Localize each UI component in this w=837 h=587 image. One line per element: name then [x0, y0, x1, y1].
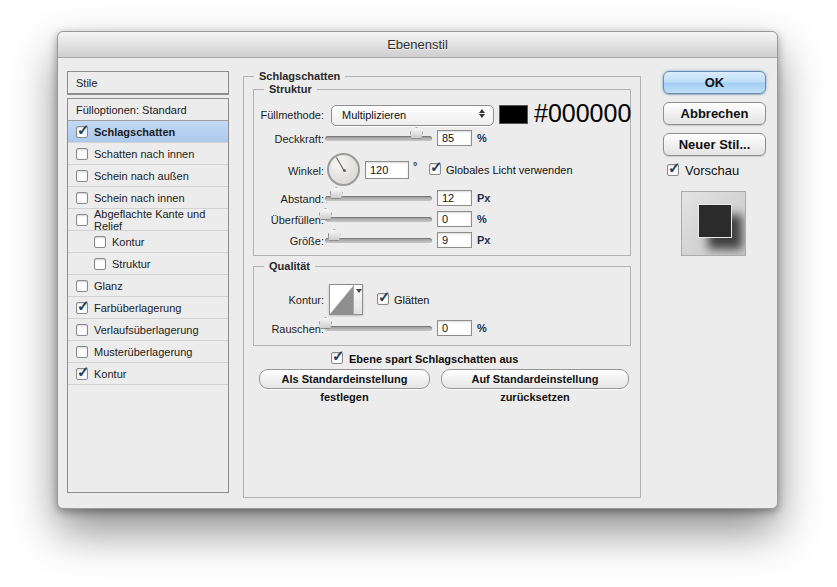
sidebar-item-label: Verlaufsüberlagerung [94, 324, 199, 336]
opacity-input[interactable] [437, 130, 472, 146]
angle-input[interactable] [365, 161, 409, 179]
blend-mode-label: Füllmethode: [254, 109, 324, 121]
style-checkbox[interactable] [94, 236, 106, 248]
opacity-label: Deckkraft: [254, 133, 324, 145]
sidebar-item[interactable]: Schein nach innen [68, 187, 228, 209]
angle-label: Winkel: [254, 165, 324, 177]
quality-group-title: Qualität [264, 260, 315, 272]
styles-list: Fülloptionen: StandardSchlagschattenScha… [67, 98, 229, 493]
sidebar-item[interactable]: Verlaufsüberlagerung [68, 319, 228, 341]
distance-slider[interactable] [325, 196, 432, 201]
preview-thumbnail [681, 191, 746, 256]
set-default-button[interactable]: Als Standardeinstellung festlegen [259, 369, 430, 389]
opacity-slider-thumb[interactable] [410, 127, 423, 139]
new-style-button[interactable]: Neuer Stil... [663, 133, 766, 156]
contour-picker[interactable] [329, 284, 363, 315]
sidebar-item-label: Fülloptionen: Standard [76, 104, 187, 116]
drop-shadow-group-title: Schlagschatten [254, 70, 345, 82]
style-checkbox[interactable] [76, 280, 88, 292]
sidebar-item-label: Kontur [112, 236, 144, 248]
cancel-button[interactable]: Abbrechen [663, 102, 766, 125]
sidebar-item[interactable]: Kontur [68, 363, 228, 385]
style-checkbox[interactable] [76, 170, 88, 182]
sidebar-item[interactable]: Schein nach außen [68, 165, 228, 187]
sidebar-item[interactable]: Abgeflachte Kante und Relief [68, 209, 228, 231]
spread-label: Überfüllen: [254, 214, 324, 226]
spread-slider[interactable] [325, 217, 432, 222]
contour-thumbnail-icon [330, 285, 354, 314]
style-checkbox[interactable] [76, 126, 88, 138]
blend-mode-value: Multiplizieren [342, 109, 406, 121]
size-unit: Px [477, 234, 490, 246]
opacity-slider[interactable] [325, 136, 432, 141]
spread-input[interactable] [437, 211, 472, 227]
preview-checkbox[interactable] [667, 164, 679, 176]
contour-dropdown-arrow-icon[interactable] [353, 285, 362, 314]
antialias-label: Glätten [394, 294, 429, 306]
size-slider-thumb[interactable] [328, 229, 341, 241]
sidebar-item[interactable]: Schlagschatten [68, 121, 228, 143]
style-checkbox[interactable] [76, 214, 88, 226]
style-checkbox[interactable] [76, 346, 88, 358]
style-checkbox[interactable] [76, 368, 88, 380]
angle-dial-center [343, 169, 346, 172]
style-checkbox[interactable] [76, 324, 88, 336]
sidebar-item-label: Kontur [94, 368, 126, 380]
sidebar-item-label: Farbüberlagerung [94, 302, 181, 314]
shadow-color-swatch[interactable] [499, 105, 528, 124]
noise-input[interactable] [437, 320, 472, 336]
styles-header: Stile [67, 71, 229, 95]
sidebar-item[interactable]: Fülloptionen: Standard [68, 99, 228, 121]
reset-default-button[interactable]: Auf Standardeinstellung zurücksetzen [441, 369, 629, 389]
distance-slider-thumb[interactable] [330, 187, 343, 199]
size-input[interactable] [437, 232, 472, 248]
structure-group: Struktur Füllmethode: Multiplizieren #00… [253, 89, 631, 256]
ok-button[interactable]: OK [663, 71, 766, 94]
sidebar-item-label: Schatten nach innen [94, 148, 194, 160]
titlebar[interactable]: Ebenenstil [58, 32, 777, 58]
sidebar-item-label: Struktur [112, 258, 151, 270]
structure-group-title: Struktur [264, 83, 317, 95]
stepper-arrows-icon [479, 109, 485, 118]
sidebar-item-label: Abgeflachte Kante und Relief [94, 208, 228, 232]
noise-slider[interactable] [325, 326, 432, 331]
angle-unit: ° [413, 160, 417, 172]
quality-group: Qualität Kontur: Glätten Rauschen: % [253, 266, 631, 346]
contour-label: Kontur: [254, 294, 324, 306]
global-light-checkbox[interactable] [429, 163, 441, 175]
sidebar-item[interactable]: Glanz [68, 275, 228, 297]
distance-input[interactable] [437, 190, 472, 206]
noise-unit: % [477, 322, 487, 334]
sidebar-item-label: Musterüberlagerung [94, 346, 192, 358]
preview-label: Vorschau [685, 163, 739, 178]
sidebar-item[interactable]: Schatten nach innen [68, 143, 228, 165]
sidebar-item-label: Schlagschatten [94, 126, 175, 138]
style-checkbox[interactable] [76, 302, 88, 314]
noise-slider-thumb[interactable] [319, 317, 332, 329]
dialog-title: Ebenenstil [387, 37, 448, 52]
sidebar-item[interactable]: Musterüberlagerung [68, 341, 228, 363]
spread-unit: % [477, 213, 487, 225]
sidebar-item[interactable]: Kontur [68, 231, 228, 253]
knockout-checkbox[interactable] [331, 352, 343, 364]
size-slider[interactable] [325, 238, 432, 243]
distance-label: Abstand: [254, 193, 324, 205]
global-light-label: Globales Licht verwenden [446, 164, 573, 176]
spread-slider-thumb[interactable] [319, 208, 332, 220]
sidebar-item[interactable]: Farbüberlagerung [68, 297, 228, 319]
blend-mode-select[interactable]: Multiplizieren [331, 105, 494, 126]
layer-style-dialog: Ebenenstil Stile Fülloptionen: StandardS… [57, 31, 778, 509]
style-checkbox[interactable] [76, 192, 88, 204]
sidebar-item-label: Schein nach außen [94, 170, 189, 182]
sidebar-item-label: Schein nach innen [94, 192, 185, 204]
distance-unit: Px [477, 192, 490, 204]
style-checkbox[interactable] [94, 258, 106, 270]
opacity-unit: % [477, 132, 487, 144]
knockout-label: Ebene spart Schlagschatten aus [349, 353, 518, 365]
sidebar-item-label: Glanz [94, 280, 123, 292]
antialias-checkbox[interactable] [377, 293, 389, 305]
angle-dial[interactable] [327, 153, 360, 186]
style-checkbox[interactable] [76, 148, 88, 160]
angle-needle [336, 157, 344, 170]
sidebar-item[interactable]: Struktur [68, 253, 228, 275]
